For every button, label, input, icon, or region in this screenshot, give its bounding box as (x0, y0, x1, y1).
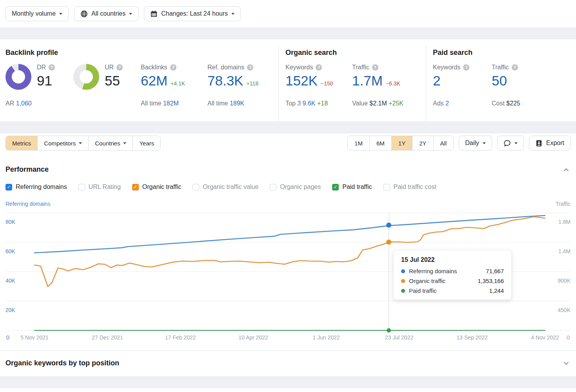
export-label: Export (546, 140, 564, 147)
help-icon[interactable]: ? (247, 64, 253, 71)
unchecked-checkbox-icon[interactable] (193, 184, 199, 191)
metric-checkbox-organic-traffic-value[interactable]: Organic traffic value (193, 183, 258, 191)
ref-domains-label: Ref. domains (207, 64, 244, 71)
collapse-section-button[interactable] (563, 166, 570, 173)
tooltip-date: 15 Jul 2022 (401, 256, 504, 263)
metric-checkbox-url-rating[interactable]: URL Rating (78, 183, 121, 191)
paid-traffic-cell: Traffic? 50 Cost $225 (492, 64, 558, 107)
traffic-label: Traffic (352, 64, 369, 71)
value-row: Value $2.1M +25K (352, 100, 421, 107)
keywords-delta: −150 (321, 81, 333, 87)
ar-value[interactable]: 1,060 (16, 100, 32, 107)
alltime-label: All time (207, 100, 228, 107)
backlinks-value[interactable]: 62M (141, 74, 167, 88)
alltime-value[interactable]: 182M (163, 100, 179, 107)
range-2y[interactable]: 2Y (412, 136, 433, 150)
paid-traffic-value[interactable]: 50 (492, 74, 507, 88)
paid-keywords-cell: Keywords? 2 Ads 2 (433, 64, 492, 107)
granularity-dropdown[interactable]: Daily (459, 136, 492, 151)
tooltip-row: Paid traffic 1,244 (401, 287, 504, 294)
tooltip-row: Organic traffic 1,353,166 (401, 278, 504, 284)
expand-section-button[interactable] (563, 360, 570, 367)
monthly-volume-dropdown[interactable]: Monthly volume (5, 6, 69, 21)
caret-down-icon (129, 13, 132, 15)
tooltip-label: Organic traffic (409, 278, 445, 284)
ads-value[interactable]: 2 (445, 100, 449, 107)
metric-label: Organic traffic value (203, 183, 258, 191)
keywords-value[interactable]: 152K (285, 74, 318, 88)
backlinks-delta: +4.1K (171, 81, 185, 87)
changes-dropdown[interactable]: Changes: Last 24 hours (144, 6, 241, 21)
metric-label: Paid traffic (342, 183, 372, 191)
metric-checkbox-organic-traffic[interactable]: ✓Organic traffic (132, 183, 181, 191)
referring-domains-dot-icon (401, 269, 405, 273)
help-icon[interactable]: ? (316, 64, 322, 71)
help-icon[interactable]: ? (372, 64, 378, 71)
organic-traffic-dot-icon (401, 279, 405, 283)
export-download-icon (535, 140, 543, 147)
help-icon[interactable]: ? (512, 64, 518, 71)
help-icon[interactable]: ? (49, 64, 55, 71)
unchecked-checkbox-icon[interactable] (383, 184, 390, 191)
bottom-band (0, 376, 576, 388)
metric-label: Organic traffic (142, 183, 181, 191)
cost-value: $225 (506, 100, 520, 107)
backlinks-label: Backlinks (141, 64, 167, 71)
ref-domains-alltime-row: All time 189K (207, 100, 273, 107)
help-icon[interactable]: ? (170, 64, 176, 71)
backlinks-cell: Backlinks? 62M+4.1K All time 182M (141, 64, 207, 107)
tab-label: Countries (95, 140, 120, 147)
range-all[interactable]: All (433, 136, 454, 150)
metric-checkbox-referring-domains[interactable]: ✓Referring domains (5, 183, 67, 191)
metric-label: Referring domains (16, 183, 67, 191)
countries-label: All countries (91, 10, 125, 17)
traffic-value[interactable]: 1.7M (352, 74, 383, 88)
right-axis-tick: 450K (558, 307, 571, 313)
tab-countries[interactable]: Countries (88, 136, 133, 150)
checked-checkbox-icon[interactable]: ✓ (5, 184, 12, 191)
range-label: 1Y (398, 140, 405, 147)
range-6m[interactable]: 6M (369, 136, 391, 150)
tooltip-row: Referring domains 71,667 (401, 268, 504, 274)
left-axis-tick: 20K (5, 307, 15, 313)
ref-domains-value[interactable]: 78.3K (207, 74, 243, 88)
range-1y[interactable]: 1Y (391, 136, 412, 150)
right-axis-zero: 0 (567, 334, 570, 341)
range-label: 1M (354, 140, 363, 147)
tab-competitors[interactable]: Competitors (37, 136, 88, 150)
metric-checkbox-organic-pages[interactable]: Organic pages (270, 183, 321, 191)
unchecked-checkbox-icon[interactable] (270, 184, 276, 191)
hover-marker-referring-domains (386, 223, 391, 228)
checked-checkbox-icon[interactable]: ✓ (332, 184, 339, 191)
series-line-referring-domains[interactable] (35, 216, 545, 253)
help-icon[interactable]: ? (116, 64, 123, 71)
caret-down-icon (514, 142, 518, 144)
tab-metrics[interactable]: Metrics (6, 136, 37, 150)
range-1m[interactable]: 1M (348, 136, 369, 150)
countries-dropdown[interactable]: All countries (74, 6, 138, 21)
value-delta: +25K (389, 100, 403, 107)
paid-keywords-value[interactable]: 2 (433, 74, 440, 88)
annotations-dropdown[interactable] (497, 136, 524, 151)
metric-label: Organic pages (280, 183, 321, 191)
help-icon[interactable]: ? (463, 64, 469, 71)
calendar-icon (150, 10, 158, 18)
keywords-label: Keywords (285, 64, 313, 71)
dr-cell: DR? 91 AR 1,060 (5, 64, 73, 107)
top3-label: Top 3 (285, 100, 301, 107)
comment-bubble-icon (503, 140, 511, 147)
tab-years[interactable]: Years (133, 136, 160, 150)
x-axis-tick: 13 Sep 2022 (456, 334, 487, 341)
metric-checkbox-paid-traffic-cost[interactable]: Paid traffic cost (383, 183, 436, 191)
tooltip-value: 71,667 (486, 268, 504, 274)
backlinks-alltime-row: All time 182M (141, 100, 207, 107)
alltime-value[interactable]: 189K (230, 100, 244, 107)
tab-label: Metrics (12, 140, 31, 147)
unchecked-checkbox-icon[interactable] (78, 184, 85, 191)
export-button[interactable]: Export (529, 136, 571, 151)
organic-keywords-section-header[interactable]: Organic keywords by top position (0, 350, 576, 376)
checked-checkbox-icon[interactable]: ✓ (132, 184, 139, 191)
metric-checkbox-paid-traffic[interactable]: ✓Paid traffic (332, 183, 372, 191)
top3-value[interactable]: 9.6K (303, 100, 316, 107)
left-axis-tick: 60K (5, 248, 15, 254)
